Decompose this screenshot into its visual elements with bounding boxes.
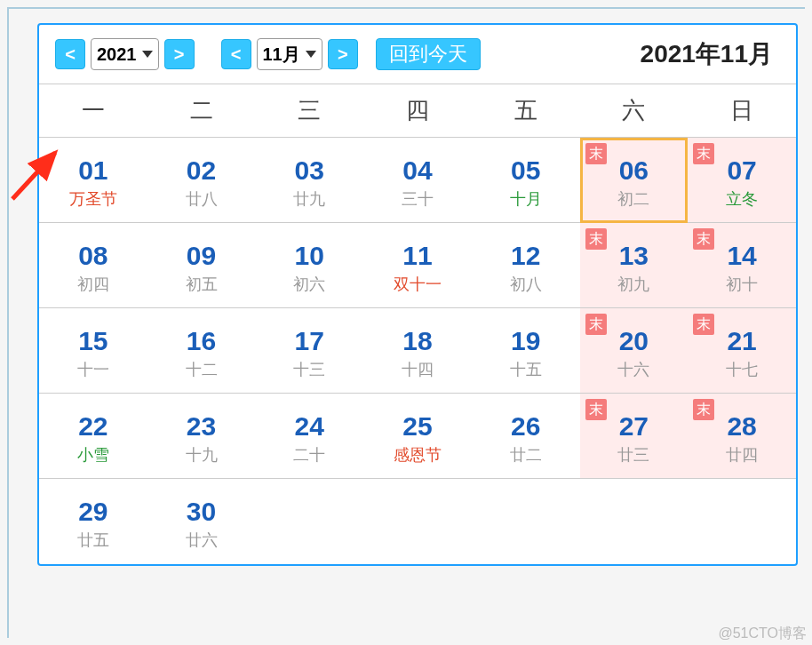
calendar-day-cell[interactable]: 17十三 bbox=[255, 308, 363, 394]
day-number: 18 bbox=[363, 326, 472, 355]
day-sub-label: 十一 bbox=[39, 359, 147, 380]
day-number: 02 bbox=[147, 155, 256, 185]
day-number: 08 bbox=[39, 241, 147, 270]
day-number: 03 bbox=[255, 155, 363, 185]
calendar-day-cell[interactable]: 末14初十 bbox=[688, 223, 796, 308]
day-sub-label: 十二 bbox=[147, 359, 256, 380]
calendar-day-cell[interactable]: 05十月 bbox=[472, 138, 580, 223]
calendar-day-cell[interactable]: 30廿六 bbox=[147, 479, 256, 564]
day-number: 11 bbox=[363, 241, 472, 270]
calendar-day-cell[interactable]: 24二十 bbox=[255, 394, 363, 479]
calendar-day-cell[interactable]: 末20十六 bbox=[580, 308, 689, 394]
day-sub-label: 初十 bbox=[688, 274, 796, 295]
calendar-day-cell[interactable]: 16十二 bbox=[147, 308, 256, 394]
day-sub-label: 立冬 bbox=[688, 188, 796, 210]
day-number: 22 bbox=[39, 411, 147, 441]
calendar-day-cell[interactable]: 末21十七 bbox=[688, 308, 796, 394]
day-sub-label: 廿八 bbox=[147, 188, 256, 210]
calendar-week-row: 08初四09初五10初六11双十一12初八末13初九末14初十 bbox=[39, 223, 796, 308]
calendar-day-cell[interactable]: 18十四 bbox=[363, 308, 472, 394]
weekday-header: 一 bbox=[39, 84, 147, 138]
day-sub-label: 廿三 bbox=[580, 444, 689, 466]
day-number: 12 bbox=[472, 241, 580, 270]
weekday-header-row: 一二三四五六日 bbox=[39, 84, 796, 138]
weekday-header: 六 bbox=[580, 84, 689, 138]
day-sub-label: 小雪 bbox=[39, 444, 147, 466]
day-number: 17 bbox=[255, 326, 363, 355]
calendar-week-row: 29廿五30廿六 bbox=[39, 479, 796, 564]
calendar-day-cell[interactable]: 11双十一 bbox=[363, 223, 472, 308]
day-sub-label: 初二 bbox=[580, 188, 689, 210]
day-sub-label: 廿五 bbox=[39, 530, 147, 551]
calendar-day-cell[interactable]: 29廿五 bbox=[39, 479, 147, 564]
calendar-day-cell[interactable]: 03廿九 bbox=[255, 138, 363, 223]
month-value: 11月 bbox=[263, 43, 300, 67]
calendar-day-cell[interactable]: 末06初二 bbox=[580, 138, 689, 223]
month-select[interactable]: 11月 bbox=[257, 38, 322, 70]
calendar-day-cell[interactable]: 12初八 bbox=[472, 223, 580, 308]
day-sub-label: 十六 bbox=[580, 359, 689, 380]
calendar-day-cell bbox=[580, 479, 689, 564]
calendar-title: 2021年11月 bbox=[641, 37, 780, 71]
calendar-day-cell[interactable]: 15十一 bbox=[39, 308, 147, 394]
weekday-header: 二 bbox=[147, 84, 256, 138]
day-sub-label: 初四 bbox=[39, 274, 147, 295]
day-number: 30 bbox=[147, 497, 256, 526]
calendar-day-cell bbox=[688, 479, 796, 564]
day-sub-label: 初五 bbox=[147, 274, 256, 295]
calendar-table: 一二三四五六日 01万圣节02廿八03廿九04三十05十月末06初二末07立冬0… bbox=[39, 84, 796, 564]
calendar-day-cell bbox=[255, 479, 363, 564]
day-sub-label: 十三 bbox=[255, 359, 363, 380]
calendar-day-cell[interactable]: 02廿八 bbox=[147, 138, 256, 223]
calendar-day-cell[interactable]: 08初四 bbox=[39, 223, 147, 308]
weekend-badge: 末 bbox=[693, 143, 714, 164]
calendar-day-cell[interactable]: 09初五 bbox=[147, 223, 256, 308]
weekend-badge: 末 bbox=[585, 143, 607, 164]
calendar-day-cell[interactable]: 末28廿四 bbox=[688, 394, 796, 479]
chevron-down-icon bbox=[306, 51, 316, 58]
day-number: 26 bbox=[472, 411, 580, 441]
go-today-button[interactable]: 回到今天 bbox=[376, 38, 481, 70]
calendar-week-row: 01万圣节02廿八03廿九04三十05十月末06初二末07立冬 bbox=[39, 138, 796, 223]
calendar-day-cell[interactable]: 25感恩节 bbox=[363, 394, 472, 479]
day-number: 16 bbox=[147, 326, 256, 355]
day-sub-label: 十七 bbox=[688, 359, 796, 380]
calendar-day-cell[interactable]: 末07立冬 bbox=[688, 138, 796, 223]
day-number: 19 bbox=[472, 326, 580, 355]
day-number: 10 bbox=[255, 241, 363, 270]
calendar-day-cell[interactable]: 01万圣节 bbox=[39, 138, 147, 223]
calendar-day-cell[interactable]: 末13初九 bbox=[580, 223, 689, 308]
calendar-day-cell[interactable]: 22小雪 bbox=[39, 394, 147, 479]
calendar-day-cell[interactable]: 10初六 bbox=[255, 223, 363, 308]
weekend-badge: 末 bbox=[693, 314, 714, 335]
day-sub-label: 十四 bbox=[363, 359, 472, 380]
next-month-button[interactable]: > bbox=[328, 39, 358, 69]
day-sub-label: 二十 bbox=[255, 444, 363, 466]
day-sub-label: 十九 bbox=[147, 444, 256, 466]
calendar-day-cell[interactable]: 04三十 bbox=[363, 138, 472, 223]
calendar-day-cell bbox=[472, 479, 580, 564]
day-number: 24 bbox=[255, 411, 363, 441]
calendar-day-cell[interactable]: 26廿二 bbox=[472, 394, 580, 479]
weekend-badge: 末 bbox=[585, 314, 607, 335]
day-sub-label: 初九 bbox=[580, 274, 689, 295]
day-sub-label: 感恩节 bbox=[363, 444, 472, 466]
prev-month-button[interactable]: < bbox=[221, 39, 251, 69]
day-sub-label: 廿九 bbox=[255, 188, 363, 210]
year-select[interactable]: 2021 bbox=[91, 38, 159, 70]
day-number: 15 bbox=[39, 326, 147, 355]
prev-year-button[interactable]: < bbox=[55, 39, 85, 69]
calendar-day-cell[interactable]: 末27廿三 bbox=[580, 394, 689, 479]
day-number: 23 bbox=[147, 411, 256, 441]
calendar-day-cell[interactable]: 23十九 bbox=[147, 394, 256, 479]
weekday-header: 日 bbox=[688, 84, 796, 138]
calendar-controls: < 2021 > < 11月 > 回到今天 2021年11月 bbox=[39, 37, 796, 84]
day-sub-label: 三十 bbox=[363, 188, 472, 210]
weekday-header: 四 bbox=[363, 84, 472, 138]
day-number: 09 bbox=[147, 241, 256, 270]
calendar-day-cell[interactable]: 19十五 bbox=[472, 308, 580, 394]
day-sub-label: 十月 bbox=[472, 188, 580, 210]
day-number: 29 bbox=[39, 497, 147, 526]
next-year-button[interactable]: > bbox=[164, 39, 195, 69]
day-sub-label: 廿四 bbox=[688, 444, 796, 466]
